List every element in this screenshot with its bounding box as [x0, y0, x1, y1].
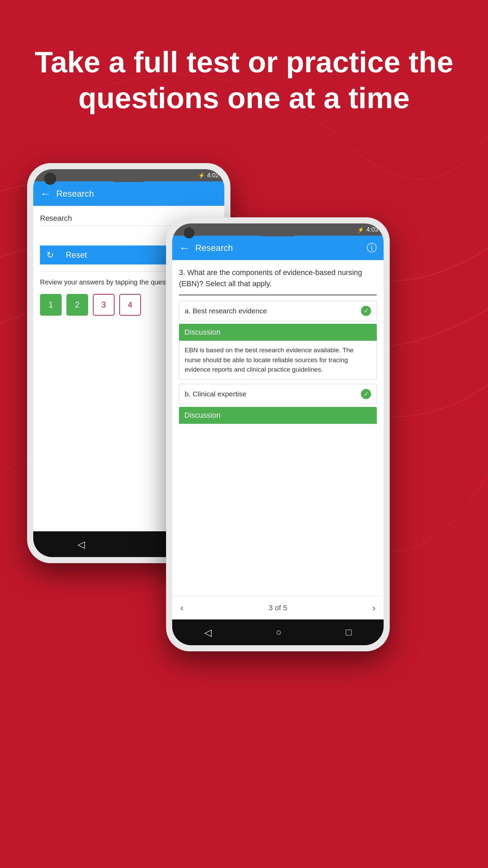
pagination-bar: ‹ 3 of 5 › [172, 596, 384, 619]
answer-a[interactable]: a. Best research evidence ✓ [179, 301, 377, 321]
q-num-3[interactable]: 3 [93, 294, 115, 316]
right-app-bar: ← Research ⓘ [172, 236, 384, 260]
left-phone-camera [44, 173, 56, 185]
left-app-title: Research [56, 189, 218, 199]
discussion-a-body: EBN is based on the best research eviden… [179, 341, 377, 380]
question-text: 3. What are the components of evidence-b… [179, 267, 377, 289]
left-time: 4:02 [207, 172, 219, 179]
answer-b-check: ✓ [361, 389, 371, 399]
right-app-title: Research [195, 243, 367, 253]
right-phone: ⚡ 4:03 ← Research ⓘ 3. What are the comp… [166, 217, 390, 651]
discussion-b-title: Discussion [184, 411, 220, 419]
right-phone-speaker [259, 230, 297, 236]
right-phone-inner: ⚡ 4:03 ← Research ⓘ 3. What are the comp… [172, 223, 384, 645]
answer-a-check: ✓ [361, 306, 371, 316]
answer-b-label: b. Clinical expertise [185, 390, 246, 398]
q-num-1[interactable]: 1 [40, 294, 62, 316]
right-battery-icon: ⚡ [358, 226, 364, 233]
right-nav-square[interactable]: □ [346, 627, 351, 638]
q-num-4[interactable]: 4 [119, 294, 141, 316]
q-num-2[interactable]: 2 [66, 294, 88, 316]
right-nav-bar: ◁ ○ □ [172, 619, 384, 645]
right-phone-screen: ⚡ 4:03 ← Research ⓘ 3. What are the comp… [172, 223, 384, 645]
left-battery-icon: ⚡ [198, 172, 205, 179]
phones-container: ⚡ 4:02 ← Research Research Score: 3/5 [0, 143, 488, 804]
right-phone-camera [184, 228, 195, 238]
question-divider [179, 295, 377, 295]
right-nav-home[interactable]: ○ [276, 627, 282, 638]
left-nav-back[interactable]: ◁ [78, 539, 85, 550]
right-back-button[interactable]: ← [179, 242, 190, 254]
answer-b[interactable]: b. Clinical expertise ✓ [179, 384, 377, 404]
hero-title: Take a full test or practice the questio… [0, 44, 488, 116]
right-nav-back[interactable]: ◁ [204, 627, 212, 638]
right-time: 4:03 [366, 226, 378, 233]
left-app-bar: ← Research [33, 181, 224, 206]
page-indicator: 3 of 5 [268, 604, 287, 612]
discussion-a-header: Discussion [179, 324, 377, 341]
next-button[interactable]: › [372, 603, 375, 613]
discussion-b-header: Discussion [179, 407, 377, 424]
reset-icon-button[interactable]: ↻ [40, 245, 60, 264]
prev-button[interactable]: ‹ [180, 603, 183, 613]
left-back-button[interactable]: ← [40, 188, 51, 200]
right-info-button[interactable]: ⓘ [367, 241, 377, 255]
answer-a-label: a. Best research evidence [185, 307, 267, 315]
left-phone-speaker [112, 175, 146, 182]
discussion-a-title: Discussion [184, 328, 220, 336]
right-content-area: 3. What are the components of evidence-b… [172, 260, 384, 596]
hero-section: Take a full test or practice the questio… [0, 0, 488, 143]
